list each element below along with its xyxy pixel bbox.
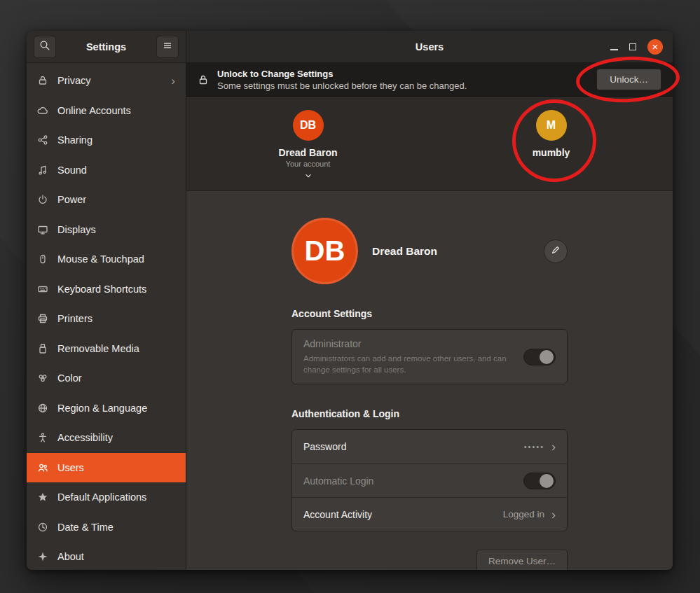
- power-icon: [37, 194, 48, 205]
- sidebar-item-label: Color: [57, 372, 175, 384]
- password-label: Password: [303, 441, 346, 452]
- automatic-login-label: Automatic Login: [303, 475, 373, 487]
- account-activity-row[interactable]: Account Activity Logged in ›: [292, 497, 567, 531]
- password-row[interactable]: Password ••••• ›: [292, 430, 567, 463]
- accessibility-icon: [37, 432, 48, 443]
- administrator-row: Administrator Administrators can add and…: [292, 330, 567, 384]
- chevron-right-icon: ›: [551, 508, 556, 521]
- unlock-banner-subtitle: Some settings must be unlocked before th…: [217, 81, 467, 91]
- administrator-text: Administrator Administrators can add and…: [303, 338, 514, 375]
- sidebar-item-accessibility[interactable]: Accessibility: [27, 423, 186, 453]
- mouse-icon: [37, 253, 48, 265]
- auth-login-card: Password ••••• › Automatic Login: [291, 429, 568, 531]
- remove-user-row: Remove User…: [291, 550, 568, 570]
- avatar: DB: [293, 110, 324, 141]
- sidebar-item-label: Privacy: [57, 75, 162, 86]
- sidebar-item-sound[interactable]: Sound: [27, 155, 186, 186]
- remove-user-button[interactable]: Remove User…: [476, 550, 568, 570]
- auth-login-heading: Authentication & Login: [291, 408, 568, 419]
- chevron-down-icon: [303, 171, 313, 181]
- sidebar-item-default-applications[interactable]: Default Applications: [27, 482, 186, 512]
- sidebar-item-label: Printers: [57, 313, 175, 324]
- minimize-button[interactable]: [610, 49, 618, 50]
- sidebar-item-sharing[interactable]: Sharing: [27, 125, 186, 155]
- sidebar-item-label: Removable Media: [57, 343, 175, 354]
- user-details: DB Dread Baron Account Settings Admini: [186, 191, 673, 570]
- sidebar-item-about[interactable]: About: [27, 542, 186, 570]
- unlock-banner: Unlock to Change Settings Some settings …: [186, 63, 673, 97]
- sidebar-item-label: Users: [57, 462, 175, 473]
- sidebar-item-date-time[interactable]: Date & Time: [27, 512, 186, 543]
- menu-button[interactable]: [156, 36, 179, 58]
- sidebar-item-displays[interactable]: Displays: [27, 215, 186, 245]
- pencil-icon: [551, 245, 561, 257]
- sidebar-item-label: Accessibility: [57, 432, 175, 443]
- carousel-user-mumbly[interactable]: M mumbly: [430, 110, 673, 190]
- password-value: •••••: [524, 442, 544, 451]
- profile-row: DB Dread Baron: [291, 218, 568, 284]
- lock-icon: [198, 74, 209, 85]
- carousel-user-dread-baron[interactable]: DB Dread Baron Your account: [186, 110, 430, 190]
- sidebar-item-printers[interactable]: Printers: [27, 304, 186, 334]
- avatar: DB: [291, 218, 358, 284]
- account-settings-heading: Account Settings: [291, 308, 568, 319]
- account-activity-label: Account Activity: [303, 509, 372, 520]
- sidebar-item-power[interactable]: Power: [27, 185, 186, 215]
- window-controls: ×: [610, 31, 663, 62]
- sidebar-item-label: Region & Language: [57, 403, 175, 414]
- sidebar-item-keyboard-shortcuts[interactable]: Keyboard Shortcuts: [27, 274, 186, 305]
- carousel-user-subtitle: Your account: [286, 160, 331, 168]
- hamburger-menu-icon: [162, 40, 173, 53]
- administrator-toggle[interactable]: [523, 349, 556, 365]
- color-icon: [37, 372, 48, 384]
- sidebar-item-label: Date & Time: [57, 522, 175, 533]
- cloud-icon: [37, 105, 48, 116]
- sidebar-item-label: Keyboard Shortcuts: [57, 284, 175, 295]
- user-carousel: DB Dread Baron Your account M mumbly: [186, 97, 673, 191]
- sidebar-item-users[interactable]: Users: [27, 453, 186, 483]
- sidebar-item-label: Sound: [57, 165, 175, 176]
- maximize-button[interactable]: [629, 43, 636, 50]
- administrator-description: Administrators can add and remove other …: [303, 354, 514, 375]
- sidebar-item-label: Sharing: [57, 134, 175, 146]
- automatic-login-row: Automatic Login: [292, 463, 567, 497]
- automatic-login-toggle[interactable]: [523, 473, 556, 489]
- share-icon: [37, 134, 48, 146]
- headerbar: Users ×: [186, 31, 673, 63]
- search-icon: [39, 40, 50, 53]
- clock-icon: [37, 522, 48, 533]
- main-panel: Users × Unlock to Change Settings Some s…: [186, 31, 673, 570]
- unlock-button[interactable]: Unlock…: [596, 69, 661, 90]
- carousel-user-name: mumbly: [533, 147, 570, 158]
- carousel-user-name: Dread Baron: [278, 147, 337, 158]
- sidebar-title: Settings: [56, 41, 156, 53]
- desktop: Settings Privacy ›: [0, 0, 700, 593]
- sidebar-item-mouse-touchpad[interactable]: Mouse & Touchpad: [27, 244, 186, 274]
- close-button[interactable]: ×: [647, 39, 663, 55]
- chevron-right-icon: ›: [171, 75, 175, 87]
- page-title: Users: [416, 41, 444, 53]
- sidebar-item-color[interactable]: Color: [27, 363, 186, 393]
- edit-name-button[interactable]: [544, 239, 568, 263]
- sidebar-item-label: Power: [57, 194, 175, 205]
- star-icon: [37, 491, 48, 503]
- sidebar-item-label: Online Accounts: [57, 105, 175, 116]
- sidebar-item-online-accounts[interactable]: Online Accounts: [27, 96, 186, 126]
- unlock-banner-title: Unlock to Change Settings: [217, 69, 467, 79]
- sidebar-item-label: About: [57, 551, 175, 562]
- lock-icon: [37, 75, 48, 86]
- flash-drive-icon: [37, 343, 48, 354]
- sparkle-icon: [37, 551, 48, 562]
- sidebar-item-region-language[interactable]: Region & Language: [27, 393, 186, 424]
- printer-icon: [37, 313, 48, 324]
- globe-icon: [37, 403, 48, 414]
- users-icon: [37, 462, 48, 473]
- unlock-banner-text: Unlock to Change Settings Some settings …: [217, 69, 467, 91]
- chevron-right-icon: ›: [551, 440, 556, 453]
- search-button[interactable]: [34, 36, 56, 58]
- music-note-icon: [37, 165, 48, 176]
- sidebar-item-privacy[interactable]: Privacy ›: [27, 66, 186, 96]
- sidebar-item-removable-media[interactable]: Removable Media: [27, 334, 186, 364]
- profile-name: Dread Baron: [372, 245, 437, 258]
- sidebar-header: Settings: [27, 31, 186, 63]
